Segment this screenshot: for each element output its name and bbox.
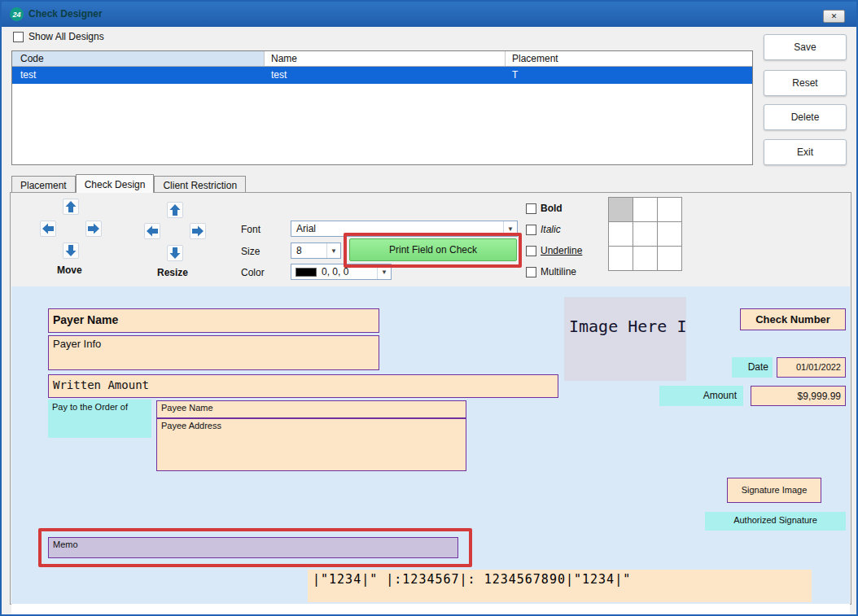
align-cell-middle-right[interactable]	[657, 221, 682, 247]
chevron-down-icon: ▼	[326, 243, 340, 258]
resize-down-button[interactable]	[167, 245, 183, 261]
underline-checkbox[interactable]	[526, 246, 536, 256]
chevron-down-icon: ▼	[503, 221, 517, 236]
column-header-placement[interactable]: Placement	[506, 51, 752, 66]
check-image-placeholder[interactable]: Image Here In	[564, 297, 686, 381]
align-cell-bottom-left[interactable]	[608, 246, 633, 271]
cell-placement: T	[506, 67, 752, 84]
resize-right-button[interactable]	[190, 223, 206, 239]
color-label: Color	[241, 267, 265, 278]
cell-name: test	[265, 67, 506, 84]
font-select[interactable]: Arial ▼	[291, 221, 518, 237]
amount-value-field[interactable]: $9,999.99	[751, 386, 846, 406]
alignment-grid	[609, 198, 682, 271]
arrow-left-icon	[146, 225, 159, 238]
resize-up-button[interactable]	[167, 202, 183, 218]
bold-checkbox[interactable]	[526, 203, 536, 214]
font-label: Font	[241, 224, 260, 235]
cell-code: test	[12, 67, 265, 84]
delete-button[interactable]: Delete	[764, 104, 847, 130]
image-placeholder-text: Image Here In	[564, 317, 686, 336]
show-all-designs-checkbox[interactable]	[13, 32, 24, 42]
size-label: Size	[241, 246, 260, 257]
show-all-designs-row: Show All Designs	[13, 31, 104, 42]
micr-line-field[interactable]: |"1234|" |:1234567|: 1234567890|"1234|"	[308, 570, 812, 602]
resize-left-button[interactable]	[144, 223, 160, 239]
align-cell-bottom-center[interactable]	[633, 246, 658, 271]
titlebar: 24 Check Designer ✕	[2, 2, 856, 27]
save-button[interactable]: Save	[764, 34, 847, 60]
arrow-up-icon	[169, 203, 182, 216]
move-up-button[interactable]	[63, 199, 79, 215]
chevron-down-icon: ▼	[377, 264, 391, 279]
print-field-on-check-button[interactable]: Print Field on Check	[349, 238, 517, 261]
arrow-right-icon	[191, 225, 204, 238]
arrow-up-icon	[64, 200, 77, 213]
payer-name-field[interactable]: Payer Name	[48, 308, 379, 333]
italic-checkbox[interactable]	[526, 225, 536, 235]
color-select-value: 0, 0, 0	[317, 266, 377, 277]
check-designer-window: 24 Check Designer ✕ Show All Designs Cod…	[0, 0, 858, 616]
check-design-canvas: Payer Name Payer Info Written Amount Pay…	[11, 286, 850, 604]
app-logo-icon: 24	[10, 7, 24, 21]
designs-table-header: Code Name Placement	[12, 51, 752, 67]
bottom-strip	[11, 604, 850, 614]
reset-button[interactable]: Reset	[764, 70, 847, 96]
tab-placement[interactable]: Placement	[11, 176, 76, 193]
size-select-value: 8	[291, 245, 326, 256]
align-cell-top-right[interactable]	[657, 197, 682, 222]
align-cell-bottom-right[interactable]	[657, 246, 682, 271]
move-right-button[interactable]	[85, 221, 102, 237]
move-label: Move	[57, 264, 82, 276]
close-icon: ✕	[831, 12, 838, 20]
payee-address-field[interactable]: Payee Address	[156, 418, 466, 471]
amount-label[interactable]: Amount	[659, 386, 743, 406]
font-select-value: Arial	[291, 223, 503, 234]
move-left-button[interactable]	[40, 221, 56, 237]
memo-field[interactable]: Memo	[48, 537, 458, 558]
app-logo-text: 24	[12, 11, 20, 19]
align-cell-middle-center[interactable]	[633, 221, 658, 247]
column-header-code[interactable]: Code	[12, 51, 265, 66]
arrow-down-icon	[64, 244, 77, 257]
window-title: Check Designer	[28, 8, 103, 20]
arrow-down-icon	[169, 247, 182, 260]
bold-label: Bold	[541, 203, 563, 214]
tab-client-restriction[interactable]: Client Restriction	[154, 176, 246, 193]
check-number-field[interactable]: Check Number	[740, 308, 846, 330]
authorized-signature-label[interactable]: Authorized Signature	[705, 512, 846, 531]
italic-label: Italic	[541, 224, 561, 235]
size-select[interactable]: 8 ▼	[291, 242, 341, 259]
arrow-left-icon	[42, 222, 55, 235]
show-all-designs-label: Show All Designs	[28, 31, 104, 42]
multiline-label: Multiline	[541, 266, 576, 277]
align-cell-middle-left[interactable]	[608, 221, 633, 247]
written-amount-field[interactable]: Written Amount	[48, 374, 558, 398]
payee-name-field[interactable]: Payee Name	[156, 400, 466, 418]
date-label[interactable]: Date	[732, 357, 773, 378]
underline-label: Underline	[541, 245, 582, 256]
column-header-name[interactable]: Name	[265, 51, 506, 66]
tabstrip: Placement Check Design Client Restrictio…	[11, 176, 246, 193]
exit-button[interactable]: Exit	[764, 139, 847, 165]
table-row[interactable]: test test T	[12, 67, 752, 84]
multiline-checkbox[interactable]	[526, 267, 536, 277]
align-cell-top-center[interactable]	[633, 197, 658, 222]
multiline-checkbox-row: Multiline	[526, 266, 576, 277]
resize-label: Resize	[157, 267, 188, 278]
micr-line-text: |"1234|" |:1234567|: 1234567890|"1234|"	[308, 570, 812, 587]
arrow-right-icon	[87, 222, 100, 235]
underline-checkbox-row: Underline	[526, 245, 582, 256]
date-value-field[interactable]: 01/01/2022	[777, 357, 846, 378]
move-down-button[interactable]	[63, 242, 79, 259]
align-cell-top-left[interactable]	[608, 197, 633, 222]
designs-table: Code Name Placement test test T	[11, 50, 753, 165]
italic-checkbox-row: Italic	[526, 224, 561, 235]
tab-check-design[interactable]: Check Design	[76, 174, 155, 193]
color-swatch	[295, 268, 317, 277]
color-select[interactable]: 0, 0, 0 ▼	[291, 264, 392, 280]
pay-to-the-order-of-label[interactable]: Pay to the Order of	[48, 400, 151, 438]
payer-info-field[interactable]: Payer Info	[48, 335, 379, 370]
signature-image-field[interactable]: Signature Image	[727, 478, 821, 503]
close-button[interactable]: ✕	[823, 10, 845, 23]
